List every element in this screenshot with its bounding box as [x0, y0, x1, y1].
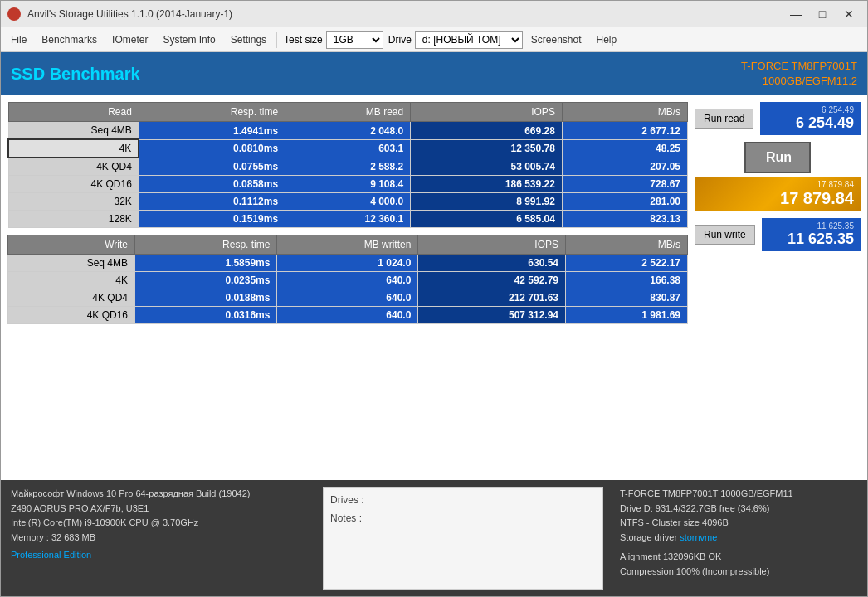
footer-drive-d: Drive D: 931.4/322.7GB free (34.6%) [620, 502, 857, 517]
write-row-mb: 640.0 [277, 272, 418, 289]
read-score-box: 6 254.49 6 254.49 [760, 102, 861, 135]
read-row-mb: 4 000.0 [285, 193, 411, 211]
menu-system-info[interactable]: System Info [156, 31, 222, 49]
menu-bar: File Benchmarks IOmeter System Info Sett… [1, 27, 867, 52]
read-row-mbs: 823.13 [562, 211, 687, 228]
footer-notes: Drives : Notes : [323, 487, 603, 590]
write-table-row: 4K QD16 0.0316ms 640.0 507 312.94 1 981.… [8, 307, 688, 324]
read-score-big: 6 254.49 [796, 114, 854, 131]
ssd-benchmark-title: SSD Benchmark [11, 65, 140, 84]
read-row-resp: 1.4941ms [139, 122, 285, 140]
menu-separator-1 [276, 32, 277, 48]
total-score-big: 17 879.84 [780, 189, 854, 207]
footer-left: Майкрософт Windows 10 Pro 64-разрядная B… [1, 480, 316, 596]
write-table-row: 4K QD4 0.0188ms 640.0 212 701.63 830.87 [8, 289, 688, 307]
read-row-resp: 0.0755ms [139, 158, 285, 176]
read-row-label: 32K [8, 193, 139, 211]
write-row-resp: 0.0188ms [135, 289, 277, 307]
drive-select[interactable]: d: [НОВЫЙ ТОМ] [415, 31, 523, 49]
read-table: Read Resp. time MB read IOPS MB/s Seq 4M… [7, 102, 688, 228]
read-table-row: 4K 0.0810ms 603.1 12 350.78 48.25 [8, 139, 688, 158]
write-row-mbs: 1 981.69 [566, 307, 688, 324]
read-table-row: 4K QD4 0.0755ms 2 588.2 53 005.74 207.05 [8, 158, 688, 176]
read-row-resp: 0.1519ms [139, 211, 285, 228]
footer-storage-driver: Storage driver stornvme [620, 531, 857, 546]
menu-iometer[interactable]: IOmeter [105, 31, 154, 49]
footer: Майкрософт Windows 10 Pro 64-разрядная B… [1, 480, 867, 596]
footer-cpu: Intel(R) Core(TM) i9-10900K CPU @ 3.70GH… [11, 516, 306, 531]
read-row-resp: 0.0810ms [139, 139, 285, 158]
main-content: Read Resp. time MB read IOPS MB/s Seq 4M… [1, 95, 867, 480]
write-row-mbs: 2 522.17 [566, 255, 688, 272]
read-row-iops: 12 350.78 [411, 139, 563, 158]
content-area: SSD Benchmark T-FORCE TM8FP7001T 1000GB/… [1, 52, 867, 480]
footer-memory: Memory : 32 683 MB [11, 531, 306, 546]
read-row-mbs: 207.05 [562, 158, 687, 176]
read-row-label: 4K QD16 [8, 176, 139, 193]
write-row-iops: 42 592.79 [418, 272, 566, 289]
read-row-mb: 603.1 [285, 139, 411, 158]
run-read-button[interactable]: Run read [695, 109, 753, 129]
drive-label: Drive [388, 34, 412, 46]
notes-label: Notes : [330, 512, 596, 524]
write-row-mb: 640.0 [277, 307, 418, 324]
menu-benchmarks[interactable]: Benchmarks [35, 31, 104, 49]
minimize-button[interactable]: — [784, 4, 807, 24]
read-row-label: 4K [8, 139, 139, 158]
footer-os: Майкрософт Windows 10 Pro 64-разрядная B… [11, 487, 306, 502]
app-icon [7, 7, 21, 21]
write-row-iops: 212 701.63 [418, 289, 566, 307]
read-row-label: Seq 4MB [8, 122, 139, 140]
write-header-resp: Resp. time [135, 235, 277, 255]
read-row-label: 128K [8, 211, 139, 228]
write-row-label: Seq 4MB [8, 255, 135, 272]
write-row-resp: 1.5859ms [135, 255, 277, 272]
read-table-row: 32K 0.1112ms 4 000.0 8 991.92 281.00 [8, 193, 688, 211]
footer-right: T-FORCE TM8FP7001T 1000GB/EGFM11 Drive D… [610, 480, 867, 596]
run-button[interactable]: Run [744, 142, 811, 173]
read-row-mb: 2 048.0 [285, 122, 411, 140]
drive-group: Drive d: [НОВЫЙ ТОМ] [388, 31, 523, 49]
drive-model-line2: 1000GB/EGFM11.2 [741, 74, 857, 89]
write-score-box: 11 625.35 11 625.35 [762, 218, 861, 251]
tables-section: Read Resp. time MB read IOPS MB/s Seq 4M… [7, 102, 688, 473]
read-header-iops: IOPS [411, 103, 563, 122]
read-row-resp: 0.0858ms [139, 176, 285, 193]
read-row-iops: 8 991.92 [411, 193, 563, 211]
write-row-label: 4K [8, 272, 135, 289]
read-row-iops: 669.28 [411, 122, 563, 140]
write-table-row: 4K 0.0235ms 640.0 42 592.79 166.38 [8, 272, 688, 289]
write-row-mb: 1 024.0 [277, 255, 418, 272]
read-header-mbs: MB/s [562, 103, 687, 122]
test-size-select[interactable]: 1GB 256MB 512MB [326, 31, 383, 49]
write-header-mb: MB written [277, 235, 418, 255]
write-row-iops: 630.54 [418, 255, 566, 272]
read-row-label: 4K QD4 [8, 158, 139, 176]
footer-drive-model: T-FORCE TM8FP7001T 1000GB/EGFM11 [620, 487, 857, 502]
maximize-button[interactable]: □ [811, 4, 834, 24]
read-table-row: 4K QD16 0.0858ms 9 108.4 186 539.22 728.… [8, 176, 688, 193]
write-header-iops: IOPS [418, 235, 566, 255]
menu-file[interactable]: File [4, 31, 33, 49]
close-button[interactable]: ✕ [837, 4, 861, 24]
write-row-mb: 640.0 [277, 289, 418, 307]
window-title: Anvil's Storage Utilities 1.1.0 (2014-Ja… [27, 8, 784, 20]
menu-settings[interactable]: Settings [224, 31, 273, 49]
screenshot-button[interactable]: Screenshot [524, 31, 588, 49]
help-button[interactable]: Help [590, 31, 624, 49]
test-size-group: Test size 1GB 256MB 512MB [284, 31, 383, 49]
drive-model-line1: T-FORCE TM8FP7001T [741, 59, 857, 74]
read-row-iops: 6 585.04 [411, 211, 563, 228]
run-write-button[interactable]: Run write [695, 225, 755, 245]
app-window: Anvil's Storage Utilities 1.1.0 (2014-Ja… [0, 0, 868, 597]
read-row-mbs: 281.00 [562, 193, 687, 211]
footer-ntfs: NTFS - Cluster size 4096B [620, 516, 857, 531]
run-main-group: Run 17 879.84 17 879.84 [695, 142, 861, 211]
read-row-mbs: 48.25 [562, 139, 687, 158]
read-row-iops: 53 005.74 [411, 158, 563, 176]
footer-compression: Compression 100% (Incompressible) [620, 565, 857, 580]
read-header-label: Read [8, 103, 139, 122]
write-score-small: 11 625.35 [768, 221, 854, 231]
title-bar: Anvil's Storage Utilities 1.1.0 (2014-Ja… [1, 1, 867, 27]
read-score-small: 6 254.49 [767, 105, 854, 114]
